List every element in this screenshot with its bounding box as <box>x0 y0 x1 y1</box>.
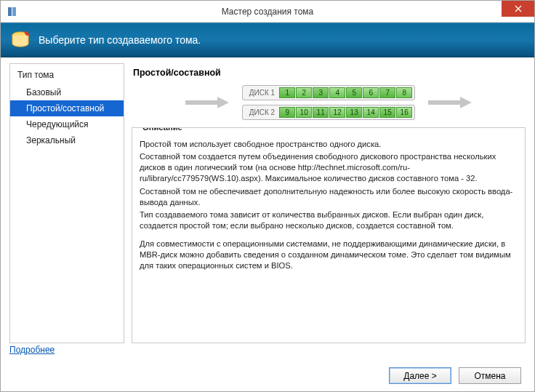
close-button[interactable] <box>502 1 534 17</box>
disk-icon <box>9 29 31 51</box>
svg-rect-6 <box>185 100 217 105</box>
disk-2: ДИСК 2 910111213141516 <box>242 105 415 120</box>
disk-block: 15 <box>379 107 395 118</box>
main-panel: Простой/составной ДИСК 1 12345678 ДИСК 2… <box>132 63 526 343</box>
svg-marker-9 <box>460 97 472 108</box>
disk-block: 12 <box>329 107 345 118</box>
sidebar-item-3[interactable]: Зеркальный <box>10 132 124 148</box>
main-title: Простой/составной <box>132 63 526 84</box>
app-icon <box>7 6 18 17</box>
disk-block: 10 <box>296 107 312 118</box>
diagram: ДИСК 1 12345678 ДИСК 2 910111213141516 <box>132 84 526 127</box>
disk-2-label: ДИСК 2 <box>245 108 279 116</box>
disk-block: 9 <box>279 107 295 118</box>
disk-block: 16 <box>396 107 412 118</box>
arrow-right-icon <box>428 97 472 108</box>
disk-block: 3 <box>313 87 329 98</box>
arrow-left-icon <box>185 97 229 108</box>
disk-block: 13 <box>346 107 362 118</box>
desc-p2: Составной том создается путем объединени… <box>140 151 518 184</box>
disk-block: 8 <box>396 87 412 98</box>
svg-marker-7 <box>217 97 229 108</box>
titlebar: Мастер создания тома <box>1 1 534 23</box>
banner-text: Выберите тип создаваемого тома. <box>39 34 201 46</box>
desc-p4: Тип создаваемого тома зависит от количес… <box>140 209 518 231</box>
disk-block: 5 <box>346 87 362 98</box>
footer: Далее > Отмена <box>1 359 534 391</box>
disk-block: 6 <box>363 87 379 98</box>
disk-block: 4 <box>329 87 345 98</box>
sidebar-item-1[interactable]: Простой/составной <box>10 100 124 116</box>
description-box: Описание Простой том использует свободно… <box>132 127 526 343</box>
wizard-window: Мастер создания тома Выберите тип создав… <box>0 0 535 392</box>
sidebar-header: Тип тома <box>10 67 124 84</box>
desc-p3: Составной том не обеспечивает дополнител… <box>140 186 518 208</box>
disk-block: 2 <box>296 87 312 98</box>
disks: ДИСК 1 12345678 ДИСК 2 910111213141516 <box>242 85 415 120</box>
svg-rect-8 <box>428 100 460 105</box>
next-button[interactable]: Далее > <box>389 367 451 384</box>
desc-p1: Простой том использует свободное простра… <box>140 139 518 150</box>
disk-block: 14 <box>363 107 379 118</box>
sidebar-item-2[interactable]: Чередующийся <box>10 116 124 132</box>
description-legend: Описание <box>140 127 185 133</box>
disk-block: 1 <box>279 87 295 98</box>
svg-rect-0 <box>8 7 12 16</box>
cancel-button[interactable]: Отмена <box>459 367 521 384</box>
more-link[interactable]: Подробнее <box>1 345 534 359</box>
disk-block: 11 <box>313 107 329 118</box>
disk-1-label: ДИСК 1 <box>245 89 279 97</box>
sidebar-item-0[interactable]: Базовый <box>10 84 124 100</box>
sidebar: Тип тома БазовыйПростой/составнойЧередую… <box>9 63 124 343</box>
disk-1: ДИСК 1 12345678 <box>242 85 415 100</box>
desc-p5: Для совместимости с операционными систем… <box>140 239 518 271</box>
disk-block: 7 <box>379 87 395 98</box>
svg-rect-1 <box>12 7 16 16</box>
banner: Выберите тип создаваемого тома. <box>1 23 534 57</box>
window-title: Мастер создания тома <box>1 7 534 17</box>
